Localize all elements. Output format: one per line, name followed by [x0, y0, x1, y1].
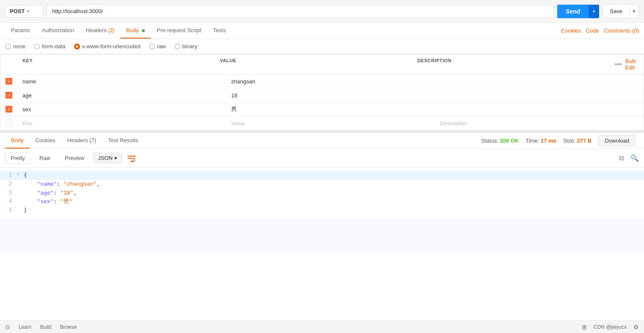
placeholder-key[interactable]: Key — [17, 118, 226, 129]
json-key-name: "name" — [37, 181, 57, 187]
table-placeholder-row: Key Value Description — [0, 116, 644, 130]
tab-headers[interactable]: Headers (2) — [80, 23, 120, 39]
send-dropdown-arrow[interactable]: ▾ — [589, 5, 599, 18]
th-checkbox-col — [0, 55, 17, 74]
radio-none[interactable]: none — [5, 43, 25, 50]
row2-key[interactable]: age — [17, 90, 226, 101]
table-header-row: KEY VALUE DESCRIPTION ••• Bulk Edit — [0, 55, 644, 74]
format-tab-raw[interactable]: Raw — [34, 152, 56, 164]
bottom-learn-label[interactable]: Learn — [19, 324, 32, 330]
json-colon-2: : — [53, 190, 60, 196]
radio-form-data[interactable]: form-data — [34, 43, 66, 50]
row3-checkbox[interactable] — [6, 106, 12, 113]
table-row: sex 男 — [0, 102, 644, 116]
radio-binary-label: binary — [182, 43, 197, 50]
tab-pre-request-script[interactable]: Pre-request Script — [151, 23, 207, 39]
row1-description[interactable] — [435, 79, 644, 84]
response-tab-body[interactable]: Body — [5, 133, 30, 149]
params-table-wrapper: KEY VALUE DESCRIPTION ••• Bulk Edit name… — [0, 54, 644, 131]
json-line-1: 1 ▾ { — [0, 171, 644, 180]
line-number-4: 4 — [0, 197, 17, 205]
response-section: Body Cookies Headers (7) Test Results St… — [0, 131, 644, 252]
code-link[interactable]: Code — [586, 28, 599, 34]
row2-description[interactable] — [435, 93, 644, 98]
bottom-bar: ⊙ Learn Build Browse ⊞ CDN @jieyucx ⚙ — [0, 320, 644, 333]
response-headers-badge: (7) — [89, 137, 96, 143]
table-row: age 18 — [0, 88, 644, 102]
json-comma-1: , — [97, 181, 100, 187]
comments-link[interactable]: Comments (0) — [604, 28, 639, 34]
placeholder-value[interactable]: Value — [226, 118, 435, 129]
json-val-sex: "男" — [60, 198, 72, 204]
response-size-label: Size: 277 B — [563, 138, 591, 144]
radio-raw-label: raw — [157, 43, 166, 50]
bottom-settings-icon[interactable]: ⚙ — [633, 324, 639, 330]
bulk-edit-button[interactable]: Bulk Edit — [625, 58, 638, 71]
row1-checkbox[interactable] — [6, 78, 12, 85]
send-button-group: Send ▾ — [557, 5, 599, 18]
json-format-select[interactable]: JSON ▾ — [93, 153, 122, 163]
response-tab-headers[interactable]: Headers (7) — [61, 133, 102, 149]
json-format-arrow-icon: ▾ — [114, 155, 117, 161]
row2-value[interactable]: 18 — [226, 90, 435, 101]
response-size-value: 277 B — [577, 138, 591, 144]
bottom-learn-icon: ⊙ — [5, 324, 10, 330]
tab-tests[interactable]: Tests — [207, 23, 232, 39]
json-output: 1 ▾ { 2 "name": "zhangsan", 3 "age": "18… — [0, 168, 644, 218]
bottom-browse-label[interactable]: Browse — [60, 324, 77, 330]
bottom-account-label[interactable]: CDN @jieyucx — [594, 324, 627, 330]
bottom-build-label[interactable]: Build — [40, 324, 52, 330]
response-tab-test-results[interactable]: Test Results — [102, 133, 144, 149]
cookies-link[interactable]: Cookies — [561, 28, 581, 34]
row3-description[interactable] — [435, 107, 644, 112]
radio-none-label: none — [13, 43, 25, 50]
json-age-line: "age": "18", — [24, 189, 644, 198]
tab-params[interactable]: Params — [5, 23, 36, 39]
format-tab-preview[interactable]: Preview — [59, 152, 90, 164]
save-button[interactable]: Save — [603, 5, 629, 18]
row1-key[interactable]: name — [17, 76, 226, 87]
json-colon-3: : — [53, 198, 60, 204]
json-brace-close: } — [24, 206, 644, 215]
method-arrow-icon: ▾ — [27, 9, 29, 14]
radio-raw[interactable]: raw — [149, 43, 166, 50]
copy-icon[interactable]: ⧉ — [619, 154, 624, 162]
bottom-layout-icon[interactable]: ⊞ — [582, 324, 587, 330]
save-button-group: Save ▾ — [603, 4, 639, 18]
response-tabs: Body Cookies Headers (7) Test Results St… — [0, 132, 644, 149]
json-sex-line: "sex": "男" — [24, 197, 644, 206]
row1-value[interactable]: zhangsan — [226, 76, 435, 87]
tab-authorization[interactable]: Authorization — [36, 23, 80, 39]
tab-right-actions: Cookies Code Comments (0) — [561, 28, 639, 34]
radio-x-www-form-urlencoded-circle — [74, 44, 80, 50]
table-row: name zhangsan — [0, 74, 644, 88]
json-format-label: JSON — [98, 155, 113, 161]
url-input[interactable] — [47, 5, 554, 18]
row3-key[interactable]: sex — [17, 104, 226, 115]
tab-body[interactable]: Body — [120, 23, 151, 39]
row2-checkbox[interactable] — [6, 92, 12, 99]
format-tab-pretty[interactable]: Pretty — [5, 152, 30, 164]
bottom-bar-right: ⊞ CDN @jieyucx ⚙ — [582, 324, 639, 330]
more-options-icon[interactable]: ••• — [615, 61, 622, 68]
json-line-4: 4 "sex": "男" — [0, 197, 644, 206]
response-tab-cookies[interactable]: Cookies — [30, 133, 61, 149]
th-key: KEY — [17, 55, 215, 74]
method-dropdown[interactable]: POST ▾ — [5, 5, 43, 17]
wrap-button[interactable] — [127, 154, 136, 162]
placeholder-description[interactable]: Description — [435, 118, 644, 129]
send-button[interactable]: Send — [557, 5, 589, 18]
radio-binary[interactable]: binary — [174, 43, 197, 50]
placeholder-checkbox[interactable] — [6, 120, 12, 127]
radio-x-www-form-urlencoded[interactable]: x-www-form-urlencoded — [74, 43, 141, 50]
row2-checkbox-cell — [0, 88, 17, 102]
line-expand-1[interactable]: ▾ — [17, 171, 24, 178]
radio-form-data-circle — [34, 44, 40, 50]
save-dropdown-arrow[interactable]: ▾ — [629, 5, 638, 18]
search-icon[interactable]: 🔍 — [630, 154, 639, 162]
format-row: Pretty Raw Preview JSON ▾ ⧉ 🔍 — [0, 149, 644, 168]
line-number-3: 3 — [0, 189, 17, 197]
row3-value[interactable]: 男 — [226, 103, 435, 116]
download-button[interactable]: Download — [598, 135, 636, 146]
json-val-name: "zhangsan" — [64, 181, 97, 187]
